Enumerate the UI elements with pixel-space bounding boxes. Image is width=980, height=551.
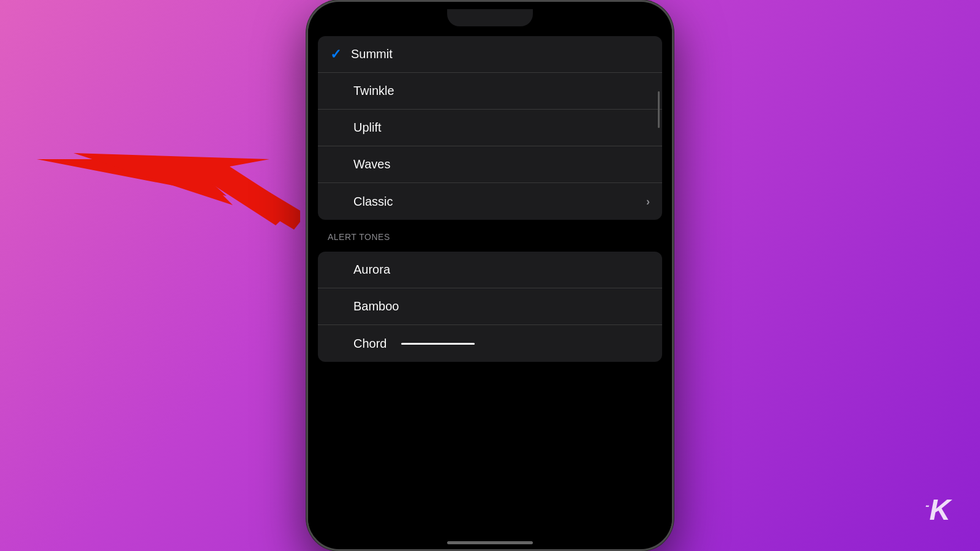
ringtones-list-group: ✓ Summit Twinkle Uplift xyxy=(318,36,662,220)
scroll-indicator xyxy=(658,91,660,128)
list-item-twinkle[interactable]: Twinkle xyxy=(318,73,662,110)
side-button-silent xyxy=(306,81,308,102)
list-item-waves[interactable]: Waves xyxy=(318,146,662,183)
list-item-aurora[interactable]: Aurora xyxy=(318,252,662,288)
bamboo-label: Bamboo xyxy=(353,299,399,313)
uplift-label: Uplift xyxy=(353,121,382,135)
summit-item-left: ✓ Summit xyxy=(330,47,393,62)
classic-item-left: Classic xyxy=(330,195,393,209)
twinkle-label: Twinkle xyxy=(353,84,394,98)
chord-item-left: Chord xyxy=(330,337,475,351)
red-arrow xyxy=(37,135,300,233)
chord-underline xyxy=(401,343,475,345)
home-indicator xyxy=(447,541,533,544)
uplift-item-left: Uplift xyxy=(330,121,382,135)
alert-tones-list-group: Aurora Bamboo Chord xyxy=(318,252,662,362)
side-button-volume-up xyxy=(306,115,308,152)
logo-dots: ·· xyxy=(925,501,928,511)
list-item-uplift[interactable]: Uplift xyxy=(318,110,662,146)
phone-frame: ✓ Summit Twinkle Uplift xyxy=(306,0,674,551)
screen-content: ✓ Summit Twinkle Uplift xyxy=(308,29,672,538)
phone-screen: ✓ Summit Twinkle Uplift xyxy=(308,29,672,549)
chevron-right-icon: › xyxy=(646,195,650,208)
list-item-bamboo[interactable]: Bamboo xyxy=(318,288,662,325)
waves-label: Waves xyxy=(353,157,390,171)
classic-label: Classic xyxy=(353,195,393,209)
waves-item-left: Waves xyxy=(330,157,390,171)
alert-tones-section-label: ALERT TONES xyxy=(308,227,672,244)
notch xyxy=(447,9,533,26)
knowtechie-logo: ··K xyxy=(925,493,949,527)
aurora-item-left: Aurora xyxy=(330,263,390,277)
chord-label: Chord xyxy=(353,337,386,351)
list-item-summit[interactable]: ✓ Summit xyxy=(318,36,662,73)
side-button-power xyxy=(672,112,674,167)
notch-area xyxy=(308,2,672,29)
scene: ··K ✓ Summit xyxy=(0,0,980,551)
list-item-classic[interactable]: Classic › xyxy=(318,183,662,220)
svg-marker-0 xyxy=(37,159,300,230)
twinkle-item-left: Twinkle xyxy=(330,84,394,98)
summit-label: Summit xyxy=(351,47,393,61)
aurora-label: Aurora xyxy=(353,263,390,277)
checkmark-icon: ✓ xyxy=(330,47,341,62)
side-button-volume-down xyxy=(306,161,308,198)
list-item-chord[interactable]: Chord xyxy=(318,325,662,362)
bamboo-item-left: Bamboo xyxy=(330,299,399,313)
